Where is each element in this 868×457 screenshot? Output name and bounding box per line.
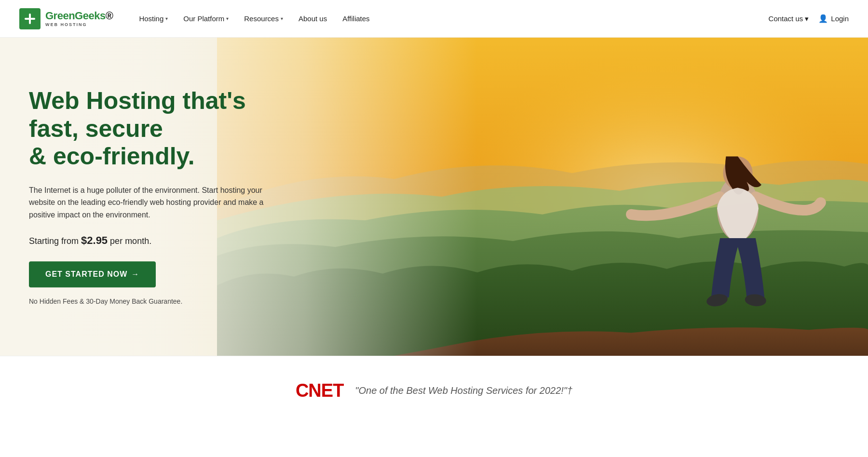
logo-name-green: Green xyxy=(45,10,75,22)
chevron-down-icon: ▾ xyxy=(165,16,168,21)
hero-content: Web Hosting that's fast, secure & eco-fr… xyxy=(29,87,299,306)
chevron-down-icon: ▾ xyxy=(226,16,229,21)
svg-rect-1 xyxy=(25,18,35,20)
hero-guarantee: No Hidden Fees & 30-Day Money Back Guara… xyxy=(29,298,182,306)
login-button[interactable]: 👤 Login xyxy=(818,14,849,23)
logo-link[interactable]: GreenGeeks® WEB HOSTING xyxy=(19,8,113,29)
logo-text: GreenGeeks® WEB HOSTING xyxy=(45,10,113,27)
navbar: GreenGeeks® WEB HOSTING Hosting ▾ Our Pl… xyxy=(0,0,868,38)
nav-right: Contact us ▾ 👤 Login xyxy=(769,14,849,23)
cnet-quote: "One of the Best Web Hosting Services fo… xyxy=(355,385,572,396)
nav-item-hosting[interactable]: Hosting ▾ xyxy=(132,11,175,27)
nav-item-affiliates[interactable]: Affiliates xyxy=(336,11,376,27)
hero-title: Web Hosting that's fast, secure & eco-fr… xyxy=(29,87,299,171)
cnet-logo: CNET xyxy=(296,380,343,401)
chevron-down-icon: ▾ xyxy=(805,14,809,23)
nav-item-platform[interactable]: Our Platform ▾ xyxy=(176,11,235,27)
nav-links: Hosting ▾ Our Platform ▾ Resources ▾ Abo… xyxy=(132,11,768,27)
logo-name-plain: Geeks xyxy=(75,10,106,22)
logo-tagline: WEB HOSTING xyxy=(45,22,113,27)
logo-icon xyxy=(19,8,41,29)
hero-description: The Internet is a huge polluter of the e… xyxy=(29,184,270,221)
contact-button[interactable]: Contact us ▾ xyxy=(769,14,809,23)
cnet-section: CNET "One of the Best Web Hosting Servic… xyxy=(0,356,868,425)
nav-item-resources[interactable]: Resources ▾ xyxy=(237,11,290,27)
hero-price: Starting from $2.95 per month. xyxy=(29,235,299,247)
chevron-down-icon: ▾ xyxy=(281,16,283,21)
cta-button[interactable]: GET STARTED NOW → xyxy=(29,262,156,288)
nav-item-about[interactable]: About us xyxy=(292,11,334,27)
arrow-icon: → xyxy=(131,270,139,279)
user-icon: 👤 xyxy=(818,14,828,23)
hero-section: Web Hosting that's fast, secure & eco-fr… xyxy=(0,38,868,356)
